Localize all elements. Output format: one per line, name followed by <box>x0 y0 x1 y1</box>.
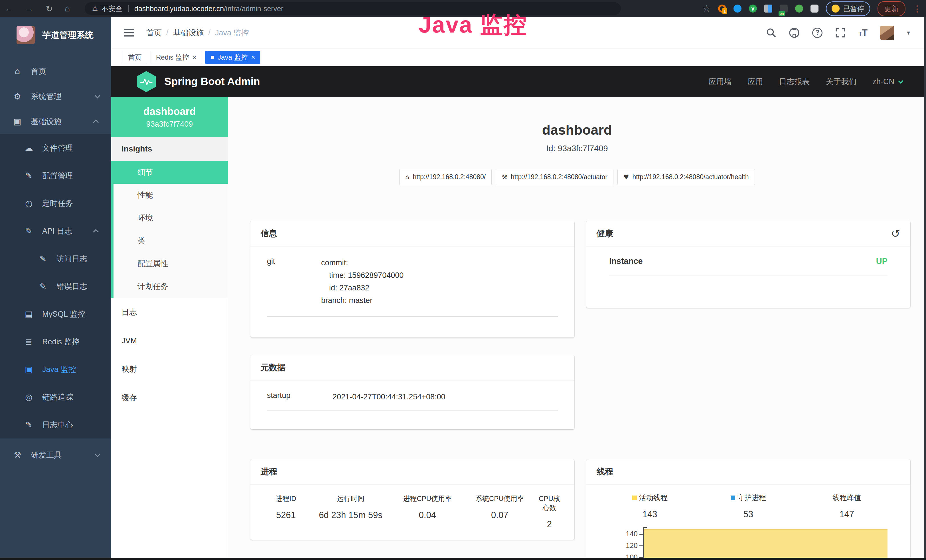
search-icon[interactable] <box>766 28 776 38</box>
profile-paused-pill[interactable]: 已暂停 <box>826 2 870 16</box>
threads-card: 线程 活动线程 143 守护进程 53 线程峰值 147 140 12 <box>586 459 910 560</box>
user-caret-down-icon[interactable]: ▾ <box>907 29 910 36</box>
edit-icon: ✎ <box>23 420 35 430</box>
toolbox-icon: ⚒ <box>11 450 23 460</box>
grid-extension-icon[interactable] <box>764 5 772 12</box>
actuator-url-button[interactable]: ⚒ http://192.168.0.2:48080/actuator <box>496 169 613 185</box>
divider <box>267 316 558 317</box>
metadata-card-title: 元数据 <box>250 355 574 380</box>
sidebar-item-redis-monitor[interactable]: ≣ Redis 监控 <box>0 328 111 356</box>
fullscreen-icon[interactable] <box>835 27 846 38</box>
sidebar-item-error-logs[interactable]: ✎ 错误日志 <box>0 272 111 300</box>
sidebar-item-mysql-monitor[interactable]: ▤ MySQL 监控 <box>0 300 111 328</box>
wrench-icon: ⚒ <box>502 173 507 180</box>
sba-nav-scheduled-tasks[interactable]: 计划任务 <box>113 275 228 298</box>
sba-sidebar: dashboard 93a3fc7f7409 Insights 细节 性能 环境… <box>111 97 228 560</box>
sba-brand-title[interactable]: Spring Boot Admin <box>164 76 260 88</box>
puzzle-extensions-icon[interactable] <box>811 5 819 12</box>
github-icon[interactable] <box>789 27 800 38</box>
url-path[interactable]: /infra/admin-server <box>224 5 283 13</box>
breadcrumb-infrastructure[interactable]: 基础设施 <box>173 28 204 38</box>
y-extension-icon[interactable]: y <box>749 5 757 12</box>
sidebar-item-scheduled-jobs[interactable]: ◷ 定时任务 <box>0 189 111 217</box>
home-icon: ⌂ <box>11 67 23 76</box>
sidebar-item-system-mgmt[interactable]: ⚙ 系统管理 <box>0 84 111 109</box>
sidebar-item-infrastructure[interactable]: ▣ 基础设施 <box>0 109 111 134</box>
forward-icon[interactable]: → <box>25 4 34 14</box>
pin-extension-icon[interactable] <box>734 5 741 12</box>
breadcrumb-home[interactable]: 首页 <box>146 28 162 38</box>
process-card: 进程 进程ID5261 运行时间6d 23h 15m 59s 进程CPU使用率0… <box>250 459 574 540</box>
user-avatar[interactable] <box>880 26 894 40</box>
process-header-cores: CPU核心数 <box>536 494 563 512</box>
sidebar-item-label: 定时任务 <box>42 198 73 209</box>
breadcrumb: 首页 / 基础设施 / Java 监控 <box>146 28 249 38</box>
sidebar-item-file-mgmt[interactable]: ☁ 文件管理 <box>0 134 111 162</box>
sidebar-item-api-logs[interactable]: ✎ API 日志 <box>0 217 111 245</box>
not-secure-label[interactable]: 不安全 <box>101 4 123 14</box>
bookmark-star-icon[interactable]: ☆ <box>702 3 711 14</box>
sba-nav-caches[interactable]: 缓存 <box>111 383 228 412</box>
sba-nav-config-props[interactable]: 配置属性 <box>113 252 228 275</box>
extension-on-badge: on <box>779 11 785 16</box>
leaf-extension-icon[interactable] <box>795 5 803 12</box>
sba-instance-header[interactable]: dashboard 93a3fc7f7409 <box>111 97 228 137</box>
collapse-sidebar-icon[interactable] <box>124 27 134 38</box>
sidebar-item-trace[interactable]: ◎ 链路追踪 <box>0 383 111 411</box>
service-url-button[interactable]: ⌂ http://192.168.0.2:48080/ <box>399 169 492 185</box>
home-icon[interactable]: ⌂ <box>65 4 70 14</box>
reload-icon[interactable]: ↻ <box>45 4 53 14</box>
tab-redis-monitor[interactable]: Redis 监控 × <box>151 51 202 64</box>
sba-nav-applications[interactable]: 应用 <box>747 76 763 87</box>
brand-logo <box>17 26 35 44</box>
info-git-value: commit: time: 1596289704000 id: 27aa832 … <box>321 256 404 307</box>
sba-nav-logs[interactable]: 日志 <box>111 298 228 326</box>
tab-home[interactable]: 首页 <box>123 51 147 64</box>
sba-locale-select[interactable]: zh-CN <box>872 77 902 86</box>
sidebar-item-home[interactable]: ⌂ 首页 <box>0 59 111 84</box>
sba-nav-about[interactable]: 关于我们 <box>826 76 856 87</box>
sba-nav-environment[interactable]: 环境 <box>113 207 228 229</box>
health-url-button[interactable]: ♥ http://192.168.0.2:48080/actuator/heal… <box>617 169 755 185</box>
process-cpu-value: 0.04 <box>391 510 463 520</box>
sba-nav-journal[interactable]: 日志报表 <box>779 76 809 87</box>
heart-icon: ♥ <box>623 173 629 180</box>
tab-java-monitor[interactable]: Java 监控 × <box>205 51 260 64</box>
close-icon[interactable]: × <box>251 53 255 61</box>
sba-nav-details[interactable]: 细节 <box>113 161 228 184</box>
chrome-menu-icon[interactable]: ⋮ <box>913 4 921 14</box>
breadcrumb-current: Java 监控 <box>215 28 249 38</box>
page-scrollbar[interactable] <box>924 17 926 560</box>
threads-card-title: 线程 <box>586 459 910 484</box>
help-icon[interactable]: ? <box>812 28 823 38</box>
sba-nav-classes[interactable]: 类 <box>113 229 228 252</box>
spring-boot-admin-logo[interactable] <box>137 71 156 92</box>
sidebar-item-log-center[interactable]: ✎ 日志中心 <box>0 411 111 439</box>
list-extension-icon[interactable]: on <box>780 5 788 12</box>
chrome-update-button[interactable]: 更新 <box>878 1 905 16</box>
layers-icon: ≣ <box>23 337 35 347</box>
sba-nav-mappings[interactable]: 映射 <box>111 355 228 383</box>
sidebar-item-dev-tools[interactable]: ⚒ 研发工具 <box>0 442 111 468</box>
sidebar-item-access-logs[interactable]: ✎ 访问日志 <box>0 245 111 272</box>
edit-icon: ✎ <box>23 226 35 236</box>
sba-nav-wallboard[interactable]: 应用墙 <box>708 76 731 87</box>
daemon-threads-value: 53 <box>699 509 797 519</box>
sba-nav-jvm[interactable]: JVM <box>111 326 228 355</box>
extension-icon[interactable]: 1 <box>718 5 726 12</box>
instance-title: dashboard <box>228 122 926 138</box>
eye-icon: ◎ <box>23 392 35 402</box>
sidebar-item-java-monitor[interactable]: ▣ Java 监控 <box>0 356 111 383</box>
back-icon[interactable]: ← <box>5 4 13 14</box>
url-host[interactable]: dashboard.yudao.iocoder.cn <box>134 5 224 13</box>
sidebar-item-config-mgmt[interactable]: ✎ 配置管理 <box>0 162 111 189</box>
sba-nav-performance[interactable]: 性能 <box>113 184 228 207</box>
address-bar[interactable]: ⚠ 不安全 dashboard.yudao.iocoder.cn /infra/… <box>85 2 621 15</box>
sidebar-item-label: 首页 <box>31 66 46 76</box>
info-key-git: git <box>267 256 321 307</box>
history-icon[interactable]: ↺ <box>891 227 900 240</box>
process-header-syscpu: 系统CPU使用率 <box>464 494 536 503</box>
font-size-icon[interactable]: TT <box>858 27 867 38</box>
admin-sidebar: 芋道管理系统 ⌂ 首页 ⚙ 系统管理 ▣ 基础设施 ☁ 文件管理 ✎ 配置管理 <box>0 17 111 560</box>
close-icon[interactable]: × <box>192 53 197 61</box>
